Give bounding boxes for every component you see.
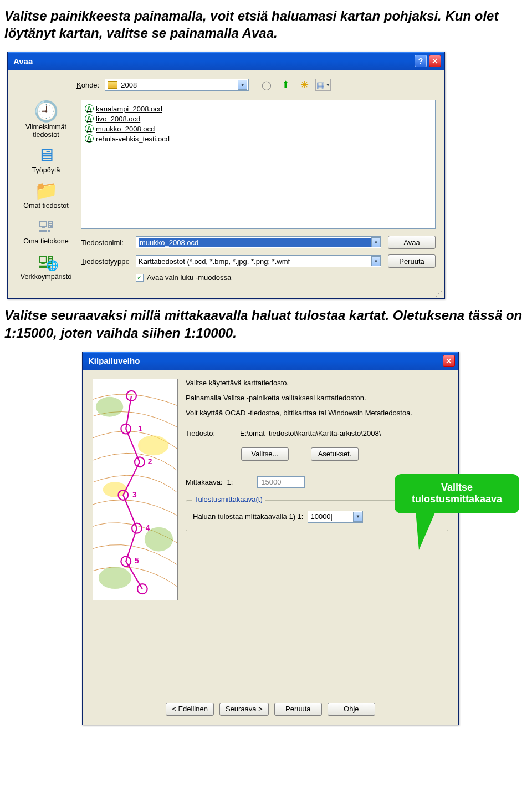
out-scale-label: Haluan tulostaa mittakaavalla 1) 1: bbox=[193, 512, 303, 521]
open-file-dialog: Avaa ? ✕ Kohde: 2008 ▼ ◯ ⬆ ✳ ▦ ▼ 🕘 bbox=[7, 52, 445, 299]
titlebar[interactable]: Kilpailuvelho ✕ bbox=[83, 352, 458, 370]
place-label-mycomp: Oma tietokone bbox=[23, 237, 68, 245]
file-label: Tiedosto: bbox=[186, 429, 236, 437]
filetype-label: Tiedostotyyppi: bbox=[81, 257, 129, 266]
readonly-label: Avaa vain luku -muodossa bbox=[147, 273, 231, 282]
ocad-file-icon: A bbox=[85, 104, 94, 113]
select-button[interactable]: Valitse... bbox=[241, 447, 289, 461]
out-scale-combo[interactable]: 10000| ▼ bbox=[308, 511, 363, 523]
new-folder-icon[interactable]: ✳ bbox=[296, 78, 312, 92]
look-in-label: Kohde: bbox=[76, 81, 99, 89]
place-desktop[interactable]: 🖥 Työpöytä bbox=[16, 143, 76, 175]
mydocs-icon: 📁 bbox=[34, 180, 58, 201]
wizard-footer: < Edellinen Seuraava > Peruuta Ohje bbox=[83, 703, 458, 716]
callout-bubble: Valitse tulostusmittakaava bbox=[395, 474, 519, 513]
resize-grip[interactable]: ⋰ bbox=[8, 289, 444, 298]
desktop-icon: 🖥 bbox=[34, 144, 58, 165]
help-button[interactable]: Ohje bbox=[328, 703, 375, 716]
chevron-down-icon[interactable]: ▼ bbox=[238, 80, 247, 90]
cancel-button[interactable]: Peruuta bbox=[388, 254, 436, 268]
place-label-recent: Viimeisimmät tiedostot bbox=[16, 123, 76, 139]
scale-label: Mittakaava: bbox=[186, 478, 222, 486]
places-bar: 🕘 Viimeisimmät tiedostot 🖥 Työpöytä 📁 Om… bbox=[16, 100, 76, 282]
network-icon: 🖳🌐 bbox=[34, 251, 58, 272]
scale-prefix: 1: bbox=[227, 478, 233, 486]
close-button[interactable]: ✕ bbox=[429, 55, 441, 67]
callout-line-2: tulostusmittakaava bbox=[412, 493, 502, 505]
look-in-value: 2008 bbox=[121, 81, 238, 89]
file-path: E:\omat_tiedostot\kartta\Kartta-arkisto\… bbox=[240, 428, 448, 439]
svg-text:3: 3 bbox=[132, 490, 137, 499]
look-in-combo[interactable]: 2008 ▼ bbox=[105, 79, 249, 91]
file-name: kanalampi_2008.ocd bbox=[96, 105, 162, 113]
view-menu-icon[interactable]: ▦ ▼ bbox=[315, 79, 331, 91]
file-name: rehula-vehkis_testi.ocd bbox=[96, 135, 170, 143]
settings-button[interactable]: Asetukset. bbox=[311, 447, 359, 461]
wizard-text-2: Painamalla Valitse -painiketta valitakse… bbox=[186, 394, 448, 402]
filename-label: Tiedostonimi: bbox=[81, 238, 129, 247]
place-label-network: Verkkoympäristö bbox=[21, 273, 71, 281]
chevron-down-icon[interactable]: ▼ bbox=[371, 256, 381, 266]
chevron-down-icon[interactable]: ▼ bbox=[371, 237, 381, 247]
folder-icon bbox=[108, 81, 117, 89]
filename-input[interactable]: muukko_2008.ocd ▼ bbox=[136, 236, 381, 248]
back-button[interactable]: < Edellinen bbox=[166, 703, 214, 716]
svg-point-4 bbox=[138, 435, 168, 455]
svg-point-3 bbox=[99, 567, 131, 589]
ocad-file-icon: A bbox=[85, 114, 94, 123]
place-network[interactable]: 🖳🌐 Verkkoympäristö bbox=[16, 250, 76, 282]
doc-paragraph-2: Valitse seuraavaksi millä mittakaavalla … bbox=[4, 307, 528, 341]
ocad-file-icon: A bbox=[85, 134, 94, 143]
callout-line-1: Valitse bbox=[441, 482, 473, 493]
list-item[interactable]: Alivo_2008.ocd bbox=[85, 114, 432, 124]
filetype-value: Karttatiedostot (*.ocd, *.bmp, *.jpg, *.… bbox=[139, 257, 371, 266]
file-list[interactable]: Akanalampi_2008.ocd Alivo_2008.ocd Amuuk… bbox=[81, 100, 436, 229]
place-recent[interactable]: 🕘 Viimeisimmät tiedostot bbox=[16, 100, 76, 140]
wizard-dialog: Kilpailuvelho ✕ bbox=[82, 352, 459, 725]
list-item[interactable]: Amuukko_2008.ocd bbox=[85, 124, 432, 134]
recent-icon: 🕘 bbox=[34, 101, 58, 122]
cancel-button[interactable]: Peruuta bbox=[274, 703, 322, 716]
back-icon[interactable]: ◯ bbox=[259, 78, 274, 92]
place-mycomp[interactable]: 🖳 Oma tietokone bbox=[16, 214, 76, 246]
next-button[interactable]: Seuraava > bbox=[219, 703, 269, 716]
svg-text:4: 4 bbox=[146, 523, 150, 532]
window-title: Kilpailuvelho bbox=[88, 356, 140, 365]
wizard-text-1: Valitse käytettävä karttatiedosto. bbox=[186, 379, 448, 387]
filename-value: muukko_2008.ocd bbox=[139, 238, 371, 247]
file-name: livo_2008.ocd bbox=[96, 115, 140, 123]
svg-text:2: 2 bbox=[148, 457, 152, 466]
window-title: Avaa bbox=[13, 57, 33, 66]
svg-text:5: 5 bbox=[135, 556, 139, 565]
mycomp-icon: 🖳 bbox=[34, 215, 58, 236]
close-button[interactable]: ✕ bbox=[443, 355, 455, 367]
up-folder-icon[interactable]: ⬆ bbox=[278, 78, 293, 92]
file-name: muukko_2008.ocd bbox=[96, 125, 155, 133]
place-label-desktop: Työpöytä bbox=[32, 166, 60, 174]
open-button[interactable]: Avaa bbox=[388, 236, 436, 249]
ocad-file-icon: A bbox=[85, 124, 94, 133]
groupbox-legend: Tulostusmittakaava(t) bbox=[192, 495, 265, 503]
place-label-mydocs: Omat tiedostot bbox=[23, 202, 68, 210]
place-mydocs[interactable]: 📁 Omat tiedostot bbox=[16, 179, 76, 211]
scale-value: 15000 bbox=[257, 476, 305, 488]
out-scale-value: 10000| bbox=[310, 512, 332, 521]
filetype-combo[interactable]: Karttatiedostot (*.ocd, *.bmp, *.jpg, *.… bbox=[136, 255, 381, 267]
chevron-down-icon[interactable]: ▼ bbox=[353, 512, 362, 522]
map-preview: 1 2 3 4 5 bbox=[93, 379, 178, 600]
list-item[interactable]: Arehula-vehkis_testi.ocd bbox=[85, 134, 432, 144]
help-button[interactable]: ? bbox=[415, 55, 427, 67]
wizard-text-3: Voit käyttää OCAD -tiedostoa, bittikartt… bbox=[186, 409, 448, 417]
svg-text:1: 1 bbox=[138, 424, 142, 432]
readonly-checkbox[interactable]: ✓ bbox=[136, 274, 144, 282]
titlebar[interactable]: Avaa ? ✕ bbox=[8, 52, 444, 70]
list-item[interactable]: Akanalampi_2008.ocd bbox=[85, 104, 432, 114]
doc-paragraph-1: Valitse painikkeesta painamalla, voit et… bbox=[4, 7, 528, 42]
svg-point-1 bbox=[96, 397, 123, 417]
